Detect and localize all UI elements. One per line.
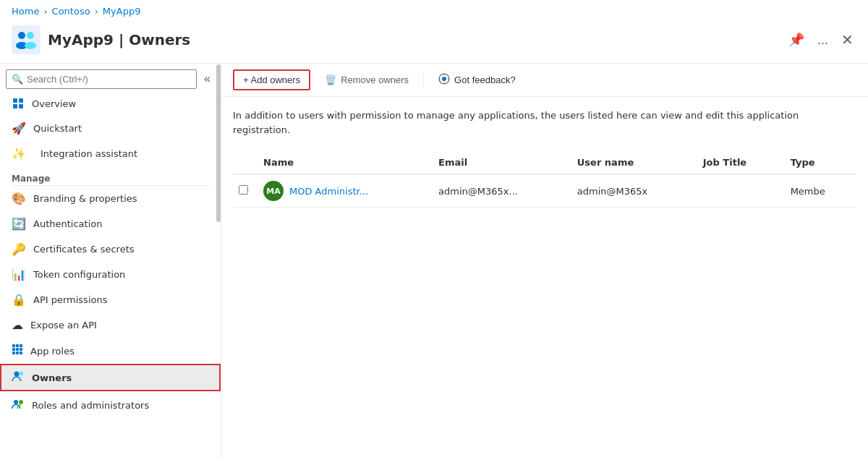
toolbar: + Add owners 🗑️ Remove owners <box>221 64 868 97</box>
svg-point-21 <box>19 400 23 404</box>
sidebar-item-label: Roles and administrators <box>32 400 149 411</box>
col-username: User name <box>569 151 694 174</box>
toolbar-divider2 <box>423 73 424 88</box>
collapse-sidebar-button[interactable]: « <box>200 68 215 90</box>
sidebar-item-label: API permissions <box>33 294 107 305</box>
svg-point-3 <box>27 32 34 39</box>
quickstart-icon: 🚀 <box>12 122 26 135</box>
sidebar-item-quickstart[interactable]: 🚀 Quickstart <box>0 116 221 141</box>
sidebar: 🔍 « Overview 🚀 Quickstart ✨ <box>0 64 221 459</box>
feedback-icon <box>438 73 450 87</box>
col-jobtitle: Job Title <box>694 151 782 174</box>
sidebar-item-label: Expose an API <box>30 320 97 331</box>
sidebar-item-label: Token configuration <box>33 269 125 280</box>
svg-point-23 <box>442 77 446 81</box>
row-checkbox[interactable] <box>239 185 248 195</box>
section-manage: Manage <box>0 166 221 185</box>
sidebar-item-branding[interactable]: 🎨 Branding & properties <box>0 186 221 211</box>
main-content: + Add owners 🗑️ Remove owners <box>221 64 868 459</box>
breadcrumb-home[interactable]: Home <box>12 6 39 17</box>
trash-icon: 🗑️ <box>325 74 336 85</box>
svg-rect-16 <box>16 351 19 354</box>
user-name-link[interactable]: MOD Administr... <box>289 186 368 197</box>
branding-icon: 🎨 <box>12 192 26 205</box>
more-button[interactable]: ... <box>814 30 831 51</box>
col-email: Email <box>430 151 569 174</box>
svg-point-18 <box>14 372 20 377</box>
certificates-icon: 🔑 <box>12 242 26 256</box>
table-row: MAMOD Administr...admin@M365x...admin@M3… <box>233 174 856 208</box>
svg-rect-0 <box>12 25 41 54</box>
token-icon: 📊 <box>12 268 26 281</box>
app-roles-icon <box>12 344 23 358</box>
sidebar-item-overview[interactable]: Overview <box>0 91 221 116</box>
svg-rect-6 <box>19 98 23 103</box>
sidebar-item-label: Owners <box>32 372 72 383</box>
search-icon: 🔍 <box>12 74 23 85</box>
sidebar-item-app-roles[interactable]: App roles <box>0 338 221 364</box>
svg-rect-17 <box>20 351 22 354</box>
sidebar-item-certificates[interactable]: 🔑 Certificates & secrets <box>0 236 221 262</box>
name-cell: MAMOD Administr... <box>263 181 421 201</box>
sidebar-item-integration[interactable]: ✨ Integration assistant <box>0 141 221 166</box>
roles-icon <box>12 397 25 413</box>
sidebar-item-label: Overview <box>32 98 76 109</box>
app-icon <box>12 25 41 54</box>
sidebar-item-roles[interactable]: Roles and administrators <box>0 391 221 419</box>
description-text: In addition to users with permission to … <box>221 97 814 148</box>
sidebar-scrollbar[interactable] <box>216 64 221 459</box>
svg-rect-12 <box>12 348 15 351</box>
breadcrumb-app[interactable]: MyApp9 <box>103 6 141 17</box>
sidebar-item-token[interactable]: 📊 Token configuration <box>0 262 221 287</box>
breadcrumb: Home › Contoso › MyApp9 <box>0 0 868 22</box>
authentication-icon: 🔄 <box>12 217 26 231</box>
expose-api-icon: ☁️ <box>12 318 23 332</box>
svg-rect-14 <box>20 348 22 351</box>
api-permissions-icon: 🔒 <box>12 293 26 307</box>
user-username: admin@M365x <box>569 174 694 208</box>
sidebar-item-label: Branding & properties <box>33 193 137 204</box>
sidebar-item-api-permissions[interactable]: 🔒 API permissions <box>0 287 221 312</box>
sidebar-item-label: Certificates & secrets <box>33 244 135 255</box>
sidebar-integration-label: Integration assistant <box>41 148 137 159</box>
owners-icon <box>12 370 25 385</box>
svg-rect-11 <box>20 344 22 347</box>
sidebar-item-owners[interactable]: Owners <box>0 364 221 391</box>
main-layout: 🔍 « Overview 🚀 Quickstart ✨ <box>0 64 868 459</box>
sidebar-item-label: App roles <box>30 346 75 357</box>
svg-rect-13 <box>16 348 19 351</box>
svg-point-1 <box>18 32 25 39</box>
svg-rect-7 <box>13 104 17 108</box>
user-job-title <box>694 174 782 208</box>
svg-rect-8 <box>19 104 23 108</box>
feedback-label: Got feedback? <box>454 74 516 85</box>
col-checkbox <box>233 151 255 174</box>
svg-rect-15 <box>12 351 15 354</box>
sidebar-item-label: Authentication <box>33 218 102 229</box>
search-input[interactable] <box>6 69 197 89</box>
avatar: MA <box>263 181 284 201</box>
remove-owners-button[interactable]: 🗑️ Remove owners <box>316 71 417 89</box>
col-name: Name <box>255 151 430 174</box>
close-button[interactable]: ✕ <box>838 28 856 51</box>
pin-button[interactable]: 📌 <box>786 29 807 51</box>
table-container: Name Email User name Job Title Type MAMO… <box>221 148 868 210</box>
integration-icon: ✨ <box>12 147 26 161</box>
remove-label: Remove owners <box>341 74 409 85</box>
col-type: Type <box>782 151 856 174</box>
svg-point-4 <box>25 42 36 49</box>
add-owners-button[interactable]: + Add owners <box>233 69 310 90</box>
feedback-button[interactable]: Got feedback? <box>430 69 524 90</box>
svg-rect-5 <box>13 98 17 103</box>
breadcrumb-sep1: › <box>43 6 47 17</box>
svg-rect-9 <box>12 344 15 347</box>
breadcrumb-contoso[interactable]: Contoso <box>52 6 90 17</box>
svg-point-19 <box>20 372 23 375</box>
page-title: MyApp9 | Owners <box>48 31 778 48</box>
svg-point-20 <box>14 400 18 404</box>
user-email: admin@M365x... <box>430 174 569 208</box>
overview-icon <box>12 97 25 110</box>
sidebar-item-expose-api[interactable]: ☁️ Expose an API <box>0 312 221 338</box>
svg-rect-10 <box>16 344 19 347</box>
sidebar-item-authentication[interactable]: 🔄 Authentication <box>0 211 221 236</box>
